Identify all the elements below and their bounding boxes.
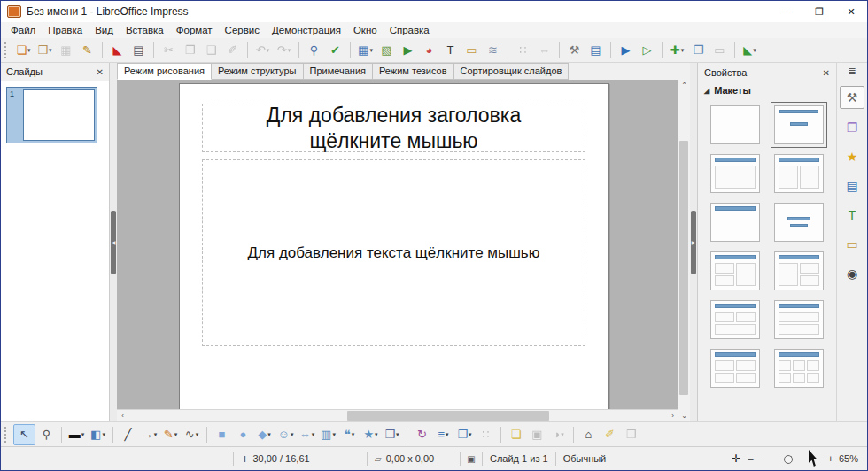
dropdown-arrow-icon[interactable]: ▾ xyxy=(753,47,756,54)
insert-media-button[interactable]: ▶ xyxy=(398,41,418,60)
menu-tools[interactable]: Сервис xyxy=(219,24,266,36)
spelling-button[interactable]: ✔ xyxy=(325,41,345,60)
callouts-tool[interactable]: ❝▾ xyxy=(339,425,360,444)
scroll-down-icon[interactable]: ⌄ xyxy=(678,410,690,421)
dropdown-arrow-icon[interactable]: ▾ xyxy=(446,431,449,438)
insert-chart-button[interactable]: ◕ xyxy=(419,41,439,60)
scroll-up-icon[interactable]: ⌃ xyxy=(678,80,690,91)
dropdown-arrow-icon[interactable]: ▾ xyxy=(196,431,199,438)
layout-title-content-2content[interactable] xyxy=(774,251,824,290)
title-placeholder[interactable]: Для добавления заголовкащёлкните мышью xyxy=(202,104,585,152)
gallery-deck-tab[interactable]: ▭ xyxy=(841,234,864,255)
right-splitter-collapse-handle[interactable]: ▶ xyxy=(691,211,696,274)
dropdown-arrow-icon[interactable]: ▾ xyxy=(369,47,373,54)
print-button[interactable]: ▤ xyxy=(128,41,149,60)
view-tab-handout[interactable]: Режим тезисов xyxy=(373,63,454,80)
vertical-scrollbar[interactable]: ⌃ ⌄ xyxy=(678,80,690,421)
ellipse-tool[interactable]: ● xyxy=(233,425,253,444)
restore-button[interactable]: ❐ xyxy=(803,1,835,22)
block-arrows-tool[interactable]: ⇔▾ xyxy=(297,425,317,444)
insert-table-button[interactable]: ▦▾ xyxy=(355,41,376,60)
view-tab-notes[interactable]: Примечания xyxy=(304,63,374,80)
slide-thumbnail[interactable]: 1 xyxy=(6,87,97,143)
slide-transition-deck-tab[interactable]: ❐ xyxy=(841,117,864,138)
zoom-slider[interactable]: – + xyxy=(744,447,837,470)
layout-title-content-over-content[interactable] xyxy=(774,300,824,339)
dropdown-arrow-icon[interactable]: ▾ xyxy=(332,431,336,438)
dropdown-arrow-icon[interactable]: ▾ xyxy=(352,431,355,438)
left-splitter[interactable]: ◀ xyxy=(110,63,117,421)
duplicate-slide-button[interactable]: ❐ xyxy=(688,41,709,60)
rotate-tool[interactable]: ↻ xyxy=(412,425,432,444)
horizontal-scrollbar-thumb[interactable] xyxy=(347,411,549,421)
export-pdf-button[interactable]: ◣ xyxy=(107,41,128,60)
align-tool[interactable]: ≡▾ xyxy=(433,425,453,444)
layouts-section-header[interactable]: ◢ Макеты xyxy=(698,82,836,98)
zoom-out-icon[interactable]: – xyxy=(748,453,753,464)
vertical-scrollbar-thumb[interactable] xyxy=(679,141,688,395)
menu-edit[interactable]: Правка xyxy=(42,24,89,36)
open-button[interactable]: ❒▾ xyxy=(35,41,55,60)
slide-canvas[interactable]: Для добавления заголовкащёлкните мышью Д… xyxy=(179,83,609,410)
select-tool[interactable]: ↖ xyxy=(13,424,35,445)
layout-title-subtitle[interactable] xyxy=(774,105,824,144)
shadow-toggle[interactable]: ❏ xyxy=(506,425,526,444)
layout-title-2content-content[interactable] xyxy=(710,251,760,290)
layout-title-two-content[interactable] xyxy=(774,154,824,193)
menu-format[interactable]: Формат xyxy=(170,24,219,36)
rectangle-tool[interactable]: ■ xyxy=(212,425,232,444)
right-splitter[interactable]: ▶ xyxy=(690,63,697,421)
view-tab-outline[interactable]: Режим структуры xyxy=(212,63,304,80)
insert-image-button[interactable]: ▧ xyxy=(376,41,397,60)
insert-line-tool[interactable]: ╱ xyxy=(118,425,138,444)
dropdown-arrow-icon[interactable]: ▾ xyxy=(174,431,178,438)
save-as-button[interactable]: ✎ xyxy=(77,41,97,60)
menu-slideshow[interactable]: Демонстрация xyxy=(266,24,347,36)
layout-centered-text[interactable] xyxy=(774,203,824,242)
dropdown-arrow-icon[interactable]: ▾ xyxy=(102,431,105,438)
layout-title-6content[interactable] xyxy=(774,349,824,388)
curve-tool[interactable]: ✎▾ xyxy=(160,425,181,444)
menu-window[interactable]: Окно xyxy=(347,24,384,36)
slide-layout-button[interactable]: ◣▾ xyxy=(740,41,760,60)
dropdown-arrow-icon[interactable]: ▾ xyxy=(49,47,52,54)
minimize-button[interactable]: ─ xyxy=(771,1,803,22)
start-from-current-slide-button[interactable]: ▷ xyxy=(637,41,657,60)
close-button[interactable]: ✕ xyxy=(835,1,867,22)
glue-points-edit-tool[interactable]: ✐ xyxy=(600,425,620,444)
glue-points-button[interactable]: ≋ xyxy=(483,41,503,60)
zoom-slider-knob[interactable] xyxy=(784,455,793,464)
zoom-in-icon[interactable]: + xyxy=(828,453,833,464)
edit-points-tool[interactable]: ⌂ xyxy=(578,425,599,444)
scroll-left-icon[interactable]: ‹ xyxy=(117,410,128,421)
layout-title-2content-over-content[interactable] xyxy=(710,300,760,339)
toolbar-grip[interactable] xyxy=(4,42,10,58)
basic-shapes-tool[interactable]: ◆▾ xyxy=(254,425,275,444)
subtitle-placeholder[interactable]: Для добавления текста щёлкните мышью xyxy=(202,159,585,346)
menu-view[interactable]: Вид xyxy=(89,24,120,36)
fill-color-picker[interactable]: ◧▾ xyxy=(88,425,108,444)
layout-blank[interactable] xyxy=(710,105,760,144)
display-views-button[interactable]: ▤ xyxy=(585,41,606,60)
dropdown-arrow-icon[interactable]: ▾ xyxy=(154,431,158,438)
dropdown-arrow-icon[interactable]: ▾ xyxy=(375,431,378,438)
connector-tool[interactable]: ∿▾ xyxy=(182,425,202,444)
dropdown-arrow-icon[interactable]: ▾ xyxy=(288,47,291,54)
arrange-tool[interactable]: ❐▾ xyxy=(454,425,475,444)
dropdown-arrow-icon[interactable]: ▾ xyxy=(396,431,399,438)
dropdown-arrow-icon[interactable]: ▾ xyxy=(312,431,315,438)
new-slide-button[interactable]: ✚▾ xyxy=(667,41,687,60)
flowchart-tool[interactable]: ▥▾ xyxy=(318,425,338,444)
layout-title-content[interactable] xyxy=(710,154,760,193)
view-tab-sorter[interactable]: Сортировщик слайдов xyxy=(454,63,570,80)
dropdown-arrow-icon[interactable]: ▾ xyxy=(27,47,31,54)
header-footer-button[interactable]: ▭ xyxy=(461,41,482,60)
fit-slide-button[interactable]: ✛ xyxy=(728,447,744,470)
dropdown-arrow-icon[interactable]: ▾ xyxy=(267,431,271,438)
left-splitter-collapse-handle[interactable]: ◀ xyxy=(111,211,116,274)
properties-deck-tab[interactable]: ⚒ xyxy=(840,86,864,109)
master-slides-deck-tab[interactable]: ▤ xyxy=(841,175,864,197)
sidebar-menu-icon[interactable]: ≣ xyxy=(848,66,856,78)
slides-panel-close-icon[interactable]: ✕ xyxy=(97,67,104,77)
layout-title-4content[interactable] xyxy=(710,349,760,388)
